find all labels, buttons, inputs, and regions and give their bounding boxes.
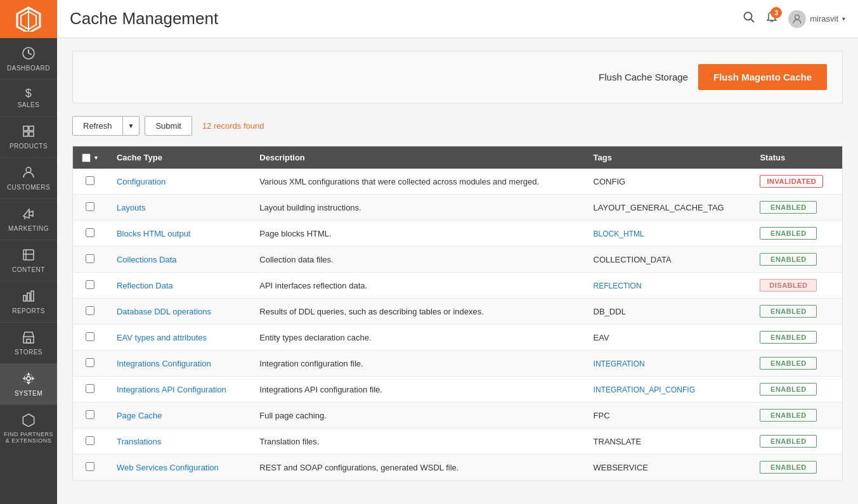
cache-type-link[interactable]: Blocks HTML output	[117, 229, 191, 238]
sidebar-item-reports[interactable]: REPORTS	[0, 281, 57, 322]
status-badge: ENABLED	[760, 461, 817, 474]
top-header: Cache Management 3	[57, 0, 858, 38]
sidebar: DASHBOARD $ SALES PRODUCTS CUSTOMERS	[0, 0, 57, 504]
row-checkbox-cell	[73, 247, 108, 273]
tags-cell: INTEGRATION_API_CONFIG	[585, 377, 751, 403]
search-button[interactable]	[743, 11, 755, 27]
sidebar-logo[interactable]	[0, 0, 57, 38]
status-cell: ENABLED	[751, 429, 842, 455]
tags-link[interactable]: INTEGRATION_API_CONFIG	[594, 385, 695, 394]
table-header-tags: Tags	[585, 146, 751, 169]
row-checkbox[interactable]	[86, 254, 94, 263]
table-row: ConfigurationVarious XML configurations …	[73, 169, 843, 195]
cache-type-cell: Layouts	[108, 195, 250, 221]
cache-type-link[interactable]: Layouts	[117, 203, 146, 212]
stores-icon	[22, 330, 36, 346]
action-bar: Flush Cache Storage Flush Magento Cache	[72, 51, 843, 103]
flush-magento-button[interactable]: Flush Magento Cache	[698, 64, 827, 90]
description-cell: Integrations API configuration file.	[250, 377, 584, 403]
user-menu[interactable]: mirasvit ▾	[788, 10, 845, 28]
content-area: Flush Cache Storage Flush Magento Cache …	[57, 38, 858, 504]
svg-rect-5	[29, 126, 34, 131]
sidebar-item-system[interactable]: SYSTEM	[0, 363, 57, 404]
customers-icon	[22, 165, 36, 181]
tags-cell: INTEGRATION	[585, 351, 751, 377]
row-checkbox[interactable]	[86, 436, 94, 445]
row-checkbox-cell	[73, 455, 108, 481]
select-all-checkbox[interactable]	[82, 153, 91, 162]
row-checkbox[interactable]	[86, 358, 94, 367]
row-checkbox[interactable]	[86, 332, 94, 341]
cache-type-link[interactable]: Web Services Configuration	[117, 463, 219, 472]
status-badge: ENABLED	[760, 305, 817, 318]
sidebar-item-content[interactable]: CONTENT	[0, 240, 57, 281]
svg-point-18	[24, 374, 33, 383]
cache-type-cell: EAV types and attributes	[108, 325, 250, 351]
sidebar-item-sales[interactable]: $ SALES	[0, 79, 57, 116]
status-badge: ENABLED	[760, 409, 817, 422]
cache-type-cell: Web Services Configuration	[108, 455, 250, 481]
refresh-dropdown-button[interactable]: ▼	[122, 117, 140, 135]
cache-type-link[interactable]: Integrations Configuration	[117, 359, 211, 368]
row-checkbox[interactable]	[86, 306, 94, 315]
row-checkbox-cell	[73, 403, 108, 429]
tags-link[interactable]: REFLECTION	[594, 281, 642, 290]
submit-button[interactable]: Submit	[145, 116, 192, 136]
sidebar-item-products[interactable]: PRODUCTS	[0, 116, 57, 157]
header-actions: 3 mirasvit ▾	[743, 10, 845, 28]
cache-type-link[interactable]: Database DDL operations	[117, 307, 211, 316]
notifications-button[interactable]: 3	[765, 11, 778, 27]
checkbox-dropdown-icon[interactable]: ▼	[93, 155, 99, 161]
svg-point-20	[744, 13, 752, 20]
row-checkbox[interactable]	[86, 280, 94, 289]
main-content: Cache Management 3	[57, 0, 858, 504]
status-cell: ENABLED	[751, 351, 842, 377]
row-checkbox-cell	[73, 429, 108, 455]
row-checkbox-cell	[73, 195, 108, 221]
cache-type-link[interactable]: Reflection Data	[117, 281, 173, 290]
row-checkbox[interactable]	[86, 462, 94, 471]
cache-type-link[interactable]: Translations	[117, 437, 161, 446]
row-checkbox[interactable]	[86, 384, 94, 393]
row-checkbox[interactable]	[86, 228, 94, 237]
sidebar-item-customers[interactable]: CUSTOMERS	[0, 157, 57, 198]
avatar	[788, 10, 806, 28]
row-checkbox-cell	[73, 299, 108, 325]
row-checkbox[interactable]	[86, 176, 94, 185]
row-checkbox-cell	[73, 325, 108, 351]
cache-type-link[interactable]: Page Cache	[117, 411, 162, 420]
tags-link[interactable]: BLOCK_HTML	[594, 229, 644, 238]
svg-rect-7	[29, 132, 34, 136]
flush-storage-button[interactable]: Flush Cache Storage	[599, 72, 688, 82]
sales-icon: $	[25, 87, 32, 99]
cache-type-link[interactable]: EAV types and attributes	[117, 333, 207, 342]
sidebar-item-find[interactable]: FIND PARTNERS & EXTENSIONS	[0, 404, 57, 451]
row-checkbox[interactable]	[86, 410, 94, 419]
products-icon	[22, 124, 36, 140]
tags-link[interactable]: INTEGRATION	[594, 359, 645, 368]
sidebar-label-marketing: MARKETING	[8, 225, 49, 232]
status-cell: ENABLED	[751, 377, 842, 403]
cache-type-link[interactable]: Configuration	[117, 177, 166, 186]
refresh-button[interactable]: Refresh	[73, 117, 122, 135]
cache-type-link[interactable]: Integrations API Configuration	[117, 385, 226, 394]
sidebar-label-dashboard: DASHBOARD	[7, 65, 50, 72]
svg-rect-12	[23, 295, 26, 301]
cache-type-link[interactable]: Collections Data	[117, 255, 177, 264]
dashboard-icon	[22, 46, 36, 62]
table-header-checkbox: ▼	[73, 146, 108, 169]
cache-type-cell: Integrations API Configuration	[108, 377, 250, 403]
status-badge: INVALIDATED	[760, 175, 823, 188]
row-checkbox[interactable]	[86, 202, 94, 211]
sidebar-item-dashboard[interactable]: DASHBOARD	[0, 38, 57, 79]
status-cell: DISABLED	[751, 273, 842, 299]
status-cell: ENABLED	[751, 325, 842, 351]
svg-point-22	[795, 15, 800, 19]
sidebar-item-marketing[interactable]: MARKETING	[0, 198, 57, 240]
tags-cell: DB_DDL	[585, 299, 751, 325]
tags-cell: COLLECTION_DATA	[585, 247, 751, 273]
row-checkbox-cell	[73, 273, 108, 299]
sidebar-label-reports: REPORTS	[12, 307, 45, 314]
status-badge: ENABLED	[760, 435, 817, 448]
sidebar-item-stores[interactable]: STORES	[0, 322, 57, 363]
